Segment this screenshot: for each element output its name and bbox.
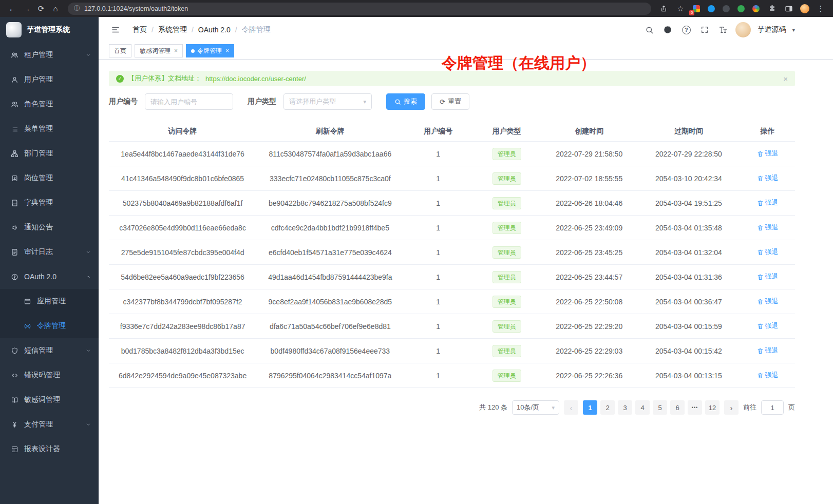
search-icon[interactable] (643, 24, 655, 36)
caret-down-icon[interactable]: ▾ (792, 27, 795, 33)
sidebar-item-oauth-app[interactable]: 应用管理 (0, 289, 99, 314)
force-logout-button[interactable]: 强退 (757, 272, 779, 281)
fullscreen-icon[interactable] (698, 24, 711, 36)
sidebar-item-report-designer[interactable]: 报表设计器 (0, 437, 99, 461)
force-logout-button[interactable]: 强退 (757, 346, 779, 355)
refresh-token-cell: e6cfd40eb1f54571a31e775e039c4624 (256, 248, 404, 257)
user-type-cell: 管理员 (472, 197, 541, 209)
breadcrumb-item[interactable]: 首页 (132, 25, 147, 34)
table-row: 6d842e2924594de9a09e45e087323abe8796295f… (109, 363, 795, 388)
page-button[interactable]: 1 (583, 400, 597, 415)
doc-link[interactable]: https://doc.iocoder.cn/user-center/ (205, 75, 306, 83)
home-icon[interactable]: ⌂ (48, 2, 63, 15)
sms-shield-icon (11, 347, 18, 355)
sidebar-item-pay[interactable]: 支付管理 (0, 412, 99, 437)
page-button[interactable]: 6 (670, 400, 685, 415)
reset-button[interactable]: ⟳ 重置 (431, 93, 469, 110)
force-logout-button[interactable]: 强退 (757, 371, 779, 380)
sidebar-item-menu[interactable]: 菜单管理 (0, 117, 99, 141)
tab-sensitive-word[interactable]: 敏感词管理 × (135, 44, 183, 57)
breadcrumb-item[interactable]: OAuth 2.0 (198, 26, 231, 34)
sidebar-item-oauth[interactable]: OAuth 2.0 (0, 264, 99, 289)
alert-text: 【用户体系】文档地址： (128, 74, 201, 83)
page-button[interactable]: 2 (600, 400, 615, 415)
force-logout-button[interactable]: 强退 (757, 247, 779, 257)
sidebar-item-label: 支付管理 (24, 420, 80, 429)
search-icon (394, 99, 401, 105)
user-type-placeholder: 请选择用户类型 (289, 97, 336, 106)
sidebar-item-dict[interactable]: 字典管理 (0, 190, 99, 215)
extension-grid-icon[interactable]: 0 (690, 2, 703, 15)
page-button[interactable]: 3 (618, 400, 632, 415)
alert-close-icon[interactable]: × (783, 74, 788, 83)
extensions-puzzle-icon[interactable] (765, 2, 779, 15)
app-logo[interactable]: 芋道管理系统 (0, 17, 99, 43)
extension-dark-icon[interactable] (720, 2, 732, 15)
collapse-sidebar-button[interactable] (109, 23, 122, 36)
browser-menu-icon[interactable]: ⋮ (813, 2, 828, 15)
page-more-button[interactable]: ••• (688, 400, 702, 415)
force-logout-button[interactable]: 强退 (757, 223, 779, 232)
tab-token[interactable]: 令牌管理 × (186, 44, 234, 57)
table-header-row: 访问令牌刷新令牌用户编号用户类型创建时间过期时间操作 (109, 121, 795, 142)
sidebar-item-notice[interactable]: 通知公告 (0, 215, 99, 240)
user-id-input[interactable] (145, 93, 233, 110)
back-icon[interactable]: ← (5, 2, 20, 15)
prev-page-button[interactable]: ‹ (564, 400, 578, 415)
sidebar-item-error-code[interactable]: 错误码管理 (0, 363, 99, 387)
sidebar-item-label: 租户管理 (24, 50, 80, 60)
action-cell: 强退 (740, 247, 795, 257)
sidebar-item-user[interactable]: 用户管理 (0, 67, 99, 92)
sidebar-item-tenant[interactable]: 租户管理 (0, 43, 99, 67)
sidebar-item-dept[interactable]: 部门管理 (0, 141, 99, 166)
sidebar-item-post[interactable]: 岗位管理 (0, 166, 99, 190)
force-logout-button[interactable]: 强退 (757, 198, 779, 207)
page-button[interactable]: 5 (653, 400, 667, 415)
close-icon[interactable]: × (174, 47, 178, 54)
goto-page-input[interactable] (761, 400, 784, 415)
bookmark-star-icon[interactable]: ☆ (673, 2, 688, 15)
extension-green-icon[interactable] (735, 2, 747, 15)
help-icon[interactable]: ? (680, 24, 692, 36)
sidebar-item-sms[interactable]: 短信管理 (0, 338, 99, 363)
browser-profile-avatar[interactable] (799, 2, 811, 15)
url-bar[interactable]: ⓘ 127.0.0.1:1024/system/oauth2/token (68, 3, 651, 15)
column-header: 用户编号 (404, 127, 472, 136)
font-size-icon[interactable] (717, 24, 729, 36)
user-name[interactable]: 芋道源码 (757, 25, 786, 34)
pagination: 共 120 条 10条/页 ▾ ‹ 123456•••12 › 前往 页 (109, 400, 795, 415)
user-avatar[interactable] (735, 22, 751, 37)
share-icon[interactable] (656, 2, 671, 15)
side-panel-icon[interactable] (782, 2, 796, 15)
extension-badge: 0 (689, 10, 694, 15)
sidebar-item-sensitive-word[interactable]: 敏感词管理 (0, 387, 99, 412)
sidebar-item-oauth-token[interactable]: 令牌管理 (0, 314, 99, 338)
force-logout-button[interactable]: 强退 (757, 321, 779, 331)
access-token-cell: 502375b8040a469a9b82188afdf6af1f (109, 199, 256, 207)
next-page-button[interactable]: › (724, 400, 739, 415)
user-type-select[interactable]: 请选择用户类型 ▾ (283, 93, 372, 110)
tab-home[interactable]: 首页 (109, 44, 131, 57)
reload-icon[interactable]: ⟳ (34, 2, 48, 15)
close-icon[interactable]: × (225, 47, 229, 54)
oauth-icon (11, 273, 18, 281)
page-button[interactable]: 4 (635, 400, 650, 415)
expire-time-cell: 2054-03-04 01:31:36 (637, 273, 740, 281)
sidebar-item-role[interactable]: 角色管理 (0, 92, 99, 117)
force-logout-button[interactable]: 强退 (757, 297, 779, 306)
forward-icon[interactable]: → (20, 2, 34, 15)
site-info-icon[interactable]: ⓘ (74, 4, 80, 13)
breadcrumb-item[interactable]: 系统管理 (158, 25, 187, 34)
column-header: 用户类型 (472, 127, 541, 136)
force-logout-button[interactable]: 强退 (757, 149, 779, 158)
search-button[interactable]: 搜索 (386, 93, 425, 110)
page-button[interactable]: 12 (705, 400, 720, 415)
github-icon[interactable] (661, 24, 674, 36)
sidebar-item-label: 岗位管理 (24, 173, 91, 183)
created-time-cell: 2022-06-25 22:29:20 (541, 322, 637, 331)
extension-rainbow-icon[interactable] (750, 2, 762, 15)
page-size-select[interactable]: 10条/页 ▾ (512, 400, 559, 415)
force-logout-button[interactable]: 强退 (757, 173, 779, 183)
extension-blue-icon[interactable] (705, 2, 717, 15)
sidebar-item-audit-log[interactable]: 审计日志 (0, 240, 99, 264)
